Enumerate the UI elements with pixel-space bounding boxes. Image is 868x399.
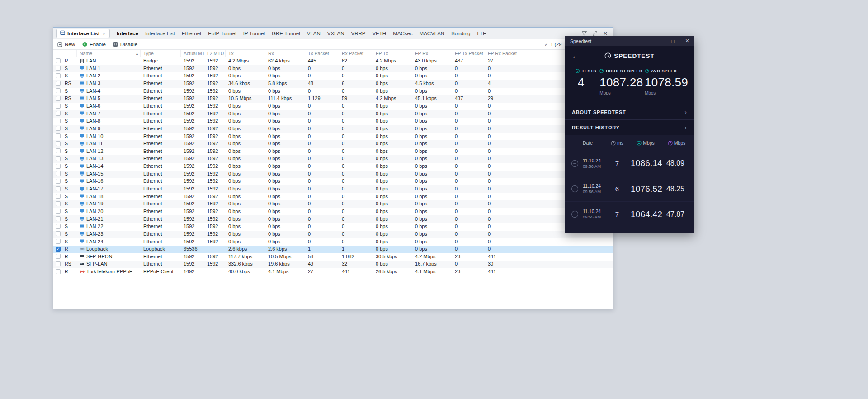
row-checkbox[interactable] [56,164,61,169]
tab-vrrp[interactable]: VRRP [348,29,369,38]
row-checkbox[interactable] [56,141,61,146]
table-row-lan-22[interactable]: SLAN-22Ethernet159215920 bps0 bps000 bps… [53,223,613,231]
table-row-lan-24[interactable]: SLAN-24Ethernet159215920 bps0 bps000 bps… [53,238,613,246]
row-checkbox[interactable] [56,126,61,131]
header-fp-tx-packet[interactable]: FP Tx Packet [452,50,485,57]
row-checkbox[interactable] [56,247,61,252]
minus-circle-icon[interactable] [571,210,583,218]
table-row-lan-15[interactable]: SLAN-15Ethernet159215920 bps0 bps000 bps… [53,171,613,178]
maximize-button[interactable]: □ [665,36,680,46]
row-checkbox[interactable] [56,201,61,206]
tab-ip-tunnel[interactable]: IP Tunnel [240,29,268,38]
disable-button[interactable]: Disable [113,42,137,47]
history-row[interactable]: 11.10.2409:56 AM61076.5248.25 [565,176,694,201]
row-checkbox[interactable] [56,179,61,184]
row-checkbox[interactable] [56,216,61,221]
row-checkbox[interactable] [56,96,61,101]
table-row-lan-19[interactable]: SLAN-19Ethernet159215920 bps0 bps000 bps… [53,200,613,208]
row-checkbox[interactable] [56,81,61,86]
tab-gre-tunnel[interactable]: GRE Tunnel [269,29,303,38]
row-checkbox[interactable] [56,156,61,161]
table-row-lan-11[interactable]: SLAN-11Ethernet159215920 bps0 bps000 bps… [53,140,613,148]
row-checkbox[interactable] [56,254,61,259]
minus-circle-icon[interactable] [571,185,583,193]
row-checkbox[interactable] [56,73,61,78]
tab-interface[interactable]: Interface [113,29,142,38]
header-type[interactable]: Type [141,50,181,57]
table-row-lan-18[interactable]: SLAN-18Ethernet159215920 bps0 bps000 bps… [53,193,613,201]
close-button[interactable]: ✕ [680,36,694,46]
table-row-lan-1[interactable]: SLAN-1Ethernet159215920 bps0 bps000 bps0… [53,65,613,73]
tab-bonding[interactable]: Bonding [448,29,473,38]
row-checkbox[interactable] [56,133,61,138]
tab-interface-list[interactable]: Interface List [142,29,178,38]
table-row-lan-8[interactable]: SLAN-8Ethernet159215920 bps0 bps000 bps0… [53,118,613,125]
table-row-sfp-lan[interactable]: RSSFP-LANEthernet15921592332.6 kbps19.6 … [53,261,613,268]
tab-ethernet[interactable]: Ethernet [179,29,204,38]
menu-about-speedtest[interactable]: ABOUT SPEEDTEST › [565,104,694,119]
table-row-lan[interactable]: RLANBridge159215924.2 Mbps62.4 kbps44562… [53,57,613,65]
filter-icon[interactable] [582,31,587,36]
table-row-lan-23[interactable]: SLAN-23Ethernet159215920 bps0 bps000 bps… [53,231,613,238]
row-checkbox[interactable] [56,261,61,266]
table-row-lan-10[interactable]: SLAN-10Ethernet159215920 bps0 bps000 bps… [53,133,613,140]
speedtest-titlebar[interactable]: Speedtest – □ ✕ [565,36,694,46]
table-row-loopback[interactable]: RLoopbackLoopback655362.6 kbps2.6 kbps11… [53,246,613,253]
row-checkbox[interactable] [56,209,61,214]
row-checkbox[interactable] [56,148,61,153]
header-fp-rx[interactable]: FP Rx [412,50,452,57]
row-checkbox[interactable] [56,66,61,71]
history-row[interactable]: 11.10.2409:55 AM71064.4247.87 [565,201,694,227]
table-row-lan-13[interactable]: SLAN-13Ethernet159215920 bps0 bps000 bps… [53,155,613,163]
table-row-t-rktelekom-pppoe[interactable]: RTürkTelekom-PPPoEPPPoE Client149240.0 k… [53,268,613,276]
header-name[interactable]: Name ▴ [77,50,141,57]
tab-lte[interactable]: LTE [474,29,489,38]
table-row-lan-20[interactable]: SLAN-20Ethernet159215920 bps0 bps000 bps… [53,208,613,216]
tab-veth[interactable]: VETH [369,29,389,38]
header-tx-packet[interactable]: Tx Packet [305,50,339,57]
header-actual-mtu[interactable]: Actual MTU [181,50,204,57]
table-row-sfp-gpon[interactable]: RSFP-GPONEthernet15921592117.7 kbps10.5 … [53,253,613,261]
tab-macvlan[interactable]: MACVLAN [416,29,448,38]
table-row-lan-14[interactable]: SLAN-14Ethernet159215920 bps0 bps000 bps… [53,163,613,171]
row-checkbox[interactable] [56,224,61,229]
row-checkbox[interactable] [56,58,61,63]
row-checkbox[interactable] [56,194,61,199]
new-button[interactable]: New [57,42,75,47]
table-row-lan-3[interactable]: RSLAN-3Ethernet1592159234.6 kbps5.8 kbps… [53,80,613,88]
header-rx[interactable]: Rx [265,50,305,57]
tab-eoip-tunnel[interactable]: EoIP Tunnel [205,29,239,38]
history-row[interactable]: 11.10.2409:56 AM71086.1448.09 [565,151,694,176]
expand-icon[interactable] [593,31,597,36]
header-l2-mtu[interactable]: L2 MTU [204,50,226,57]
row-checkbox[interactable] [56,269,61,274]
table-row-lan-17[interactable]: SLAN-17Ethernet159215920 bps0 bps000 bps… [53,185,613,193]
minus-circle-icon[interactable] [571,160,583,167]
table-row-lan-5[interactable]: RSLAN-5Ethernet1592159210.5 Mbps111.4 kb… [53,95,613,103]
back-icon[interactable]: ← [572,52,579,60]
row-checkbox[interactable] [56,104,61,109]
table-row-lan-12[interactable]: SLAN-12Ethernet159215920 bps0 bps000 bps… [53,148,613,156]
table-row-lan-2[interactable]: SLAN-2Ethernet159215920 bps0 bps000 bps0… [53,72,613,80]
table-row-lan-6[interactable]: SLAN-6Ethernet159215920 bps0 bps000 bps0… [53,103,613,110]
header-fp-tx[interactable]: FP Tx [373,50,412,57]
tab-vxlan[interactable]: VXLAN [324,29,348,38]
table-row-lan-16[interactable]: SLAN-16Ethernet159215920 bps0 bps000 bps… [53,178,613,185]
row-checkbox[interactable] [56,119,61,124]
row-checkbox[interactable] [56,239,61,244]
header-tx[interactable]: Tx [226,50,265,57]
table-row-lan-4[interactable]: SLAN-4Ethernet159215920 bps0 bps000 bps0… [53,88,613,95]
row-checkbox[interactable] [56,171,61,176]
row-checkbox[interactable] [56,111,61,116]
minimize-button[interactable]: – [651,36,665,46]
row-checkbox[interactable] [56,231,61,236]
row-checkbox[interactable] [56,186,61,191]
table-row-lan-9[interactable]: SLAN-9Ethernet159215920 bps0 bps000 bps0… [53,125,613,133]
window-selector[interactable]: Interface List ⌄ [56,29,110,38]
menu-result-history[interactable]: RESULT HISTORY › [565,119,694,135]
table-row-lan-7[interactable]: SLAN-7Ethernet159215920 bps0 bps000 bps0… [53,110,613,118]
tab-macsec[interactable]: MACsec [390,29,415,38]
table-row-lan-21[interactable]: SLAN-21Ethernet159215920 bps0 bps000 bps… [53,215,613,223]
header-rx-packet[interactable]: Rx Packet [339,50,373,57]
row-checkbox[interactable] [56,88,61,93]
